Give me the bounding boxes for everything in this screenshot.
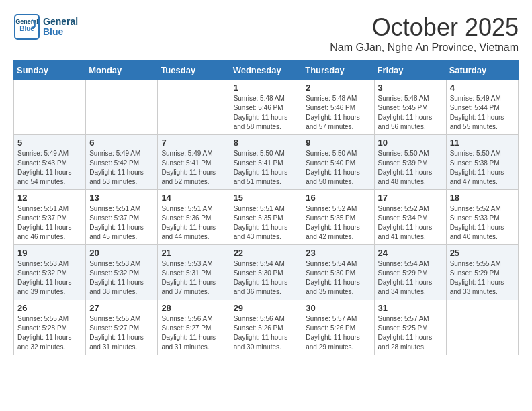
calendar-header-row: SundayMondayTuesdayWednesdayThursdayFrid… <box>14 61 519 80</box>
calendar-week-row: 19Sunrise: 5:53 AMSunset: 5:32 PMDayligh… <box>14 245 519 300</box>
day-number: 17 <box>378 193 443 203</box>
calendar-day-13: 13Sunrise: 5:51 AMSunset: 5:37 PMDayligh… <box>86 190 158 245</box>
day-info: Sunrise: 5:52 AMSunset: 5:33 PMDaylight:… <box>450 204 515 242</box>
page-header: General Blue General Blue October 2025 N… <box>13 13 519 54</box>
day-info: Sunrise: 5:53 AMSunset: 5:32 PMDaylight:… <box>89 259 154 297</box>
calendar-day-7: 7Sunrise: 5:49 AMSunset: 5:41 PMDaylight… <box>158 135 230 190</box>
day-info: Sunrise: 5:54 AMSunset: 5:30 PMDaylight:… <box>234 259 299 297</box>
calendar-day-23: 23Sunrise: 5:54 AMSunset: 5:30 PMDayligh… <box>302 245 374 300</box>
day-info: Sunrise: 5:50 AMSunset: 5:39 PMDaylight:… <box>378 149 443 187</box>
day-number: 13 <box>89 193 154 203</box>
day-info: Sunrise: 5:55 AMSunset: 5:27 PMDaylight:… <box>89 314 154 352</box>
day-info: Sunrise: 5:54 AMSunset: 5:30 PMDaylight:… <box>306 259 370 297</box>
day-number: 9 <box>306 138 370 148</box>
calendar-day-30: 30Sunrise: 5:57 AMSunset: 5:26 PMDayligh… <box>302 300 374 355</box>
day-number: 25 <box>450 248 515 258</box>
day-info: Sunrise: 5:50 AMSunset: 5:40 PMDaylight:… <box>306 149 370 187</box>
day-info: Sunrise: 5:53 AMSunset: 5:31 PMDaylight:… <box>161 259 226 297</box>
day-number: 18 <box>450 193 515 203</box>
day-info: Sunrise: 5:50 AMSunset: 5:38 PMDaylight:… <box>450 149 515 187</box>
calendar-empty-cell <box>446 300 518 355</box>
day-info: Sunrise: 5:55 AMSunset: 5:28 PMDaylight:… <box>17 314 82 352</box>
day-number: 12 <box>17 193 82 203</box>
logo-icon: General Blue <box>13 13 40 40</box>
title-block: October 2025 Nam GJan, Nghe An Province,… <box>330 13 519 54</box>
day-number: 2 <box>306 83 370 93</box>
day-number: 24 <box>378 248 443 258</box>
day-info: Sunrise: 5:51 AMSunset: 5:36 PMDaylight:… <box>161 204 226 242</box>
day-header-saturday: Saturday <box>446 61 518 80</box>
day-info: Sunrise: 5:49 AMSunset: 5:43 PMDaylight:… <box>17 149 82 187</box>
day-info: Sunrise: 5:49 AMSunset: 5:41 PMDaylight:… <box>161 149 226 187</box>
day-number: 31 <box>378 303 443 313</box>
calendar-day-29: 29Sunrise: 5:56 AMSunset: 5:26 PMDayligh… <box>230 300 302 355</box>
location-subtitle: Nam GJan, Nghe An Province, Vietnam <box>330 42 519 54</box>
calendar-day-26: 26Sunrise: 5:55 AMSunset: 5:28 PMDayligh… <box>14 300 86 355</box>
calendar-day-9: 9Sunrise: 5:50 AMSunset: 5:40 PMDaylight… <box>302 135 374 190</box>
calendar-day-21: 21Sunrise: 5:53 AMSunset: 5:31 PMDayligh… <box>158 245 230 300</box>
calendar-empty-cell <box>86 80 158 135</box>
calendar-day-1: 1Sunrise: 5:48 AMSunset: 5:46 PMDaylight… <box>230 80 302 135</box>
day-info: Sunrise: 5:55 AMSunset: 5:29 PMDaylight:… <box>450 259 515 297</box>
day-number: 20 <box>89 248 154 258</box>
day-info: Sunrise: 5:54 AMSunset: 5:29 PMDaylight:… <box>378 259 443 297</box>
day-info: Sunrise: 5:50 AMSunset: 5:41 PMDaylight:… <box>234 149 299 187</box>
day-number: 28 <box>161 303 226 313</box>
day-header-tuesday: Tuesday <box>158 61 230 80</box>
day-number: 11 <box>450 138 515 148</box>
day-info: Sunrise: 5:48 AMSunset: 5:45 PMDaylight:… <box>378 94 443 132</box>
day-info: Sunrise: 5:56 AMSunset: 5:26 PMDaylight:… <box>234 314 299 352</box>
day-info: Sunrise: 5:51 AMSunset: 5:37 PMDaylight:… <box>89 204 154 242</box>
day-number: 30 <box>306 303 370 313</box>
calendar-day-2: 2Sunrise: 5:48 AMSunset: 5:46 PMDaylight… <box>302 80 374 135</box>
logo: General Blue General Blue <box>13 13 78 40</box>
calendar-day-16: 16Sunrise: 5:52 AMSunset: 5:35 PMDayligh… <box>302 190 374 245</box>
day-info: Sunrise: 5:48 AMSunset: 5:46 PMDaylight:… <box>306 94 370 132</box>
calendar-day-20: 20Sunrise: 5:53 AMSunset: 5:32 PMDayligh… <box>86 245 158 300</box>
calendar-day-5: 5Sunrise: 5:49 AMSunset: 5:43 PMDaylight… <box>14 135 86 190</box>
calendar-day-27: 27Sunrise: 5:55 AMSunset: 5:27 PMDayligh… <box>86 300 158 355</box>
day-number: 15 <box>234 193 299 203</box>
day-number: 16 <box>306 193 370 203</box>
day-info: Sunrise: 5:57 AMSunset: 5:25 PMDaylight:… <box>378 314 443 352</box>
calendar-day-19: 19Sunrise: 5:53 AMSunset: 5:32 PMDayligh… <box>14 245 86 300</box>
day-number: 1 <box>234 83 299 93</box>
day-info: Sunrise: 5:53 AMSunset: 5:32 PMDaylight:… <box>17 259 82 297</box>
calendar-day-15: 15Sunrise: 5:51 AMSunset: 5:35 PMDayligh… <box>230 190 302 245</box>
calendar-day-11: 11Sunrise: 5:50 AMSunset: 5:38 PMDayligh… <box>446 135 518 190</box>
day-number: 27 <box>89 303 154 313</box>
day-info: Sunrise: 5:52 AMSunset: 5:35 PMDaylight:… <box>306 204 370 242</box>
day-number: 22 <box>234 248 299 258</box>
day-info: Sunrise: 5:49 AMSunset: 5:42 PMDaylight:… <box>89 149 154 187</box>
calendar-week-row: 1Sunrise: 5:48 AMSunset: 5:46 PMDaylight… <box>14 80 519 135</box>
day-header-friday: Friday <box>374 61 446 80</box>
calendar-day-10: 10Sunrise: 5:50 AMSunset: 5:39 PMDayligh… <box>374 135 446 190</box>
calendar-day-14: 14Sunrise: 5:51 AMSunset: 5:36 PMDayligh… <box>158 190 230 245</box>
calendar-day-17: 17Sunrise: 5:52 AMSunset: 5:34 PMDayligh… <box>374 190 446 245</box>
calendar-day-12: 12Sunrise: 5:51 AMSunset: 5:37 PMDayligh… <box>14 190 86 245</box>
calendar-week-row: 12Sunrise: 5:51 AMSunset: 5:37 PMDayligh… <box>14 190 519 245</box>
day-number: 4 <box>450 83 515 93</box>
day-number: 5 <box>17 138 82 148</box>
day-number: 29 <box>234 303 299 313</box>
calendar-empty-cell <box>14 80 86 135</box>
day-number: 23 <box>306 248 370 258</box>
day-number: 8 <box>234 138 299 148</box>
calendar-day-8: 8Sunrise: 5:50 AMSunset: 5:41 PMDaylight… <box>230 135 302 190</box>
calendar-day-24: 24Sunrise: 5:54 AMSunset: 5:29 PMDayligh… <box>374 245 446 300</box>
day-info: Sunrise: 5:49 AMSunset: 5:44 PMDaylight:… <box>450 94 515 132</box>
day-number: 3 <box>378 83 443 93</box>
day-header-sunday: Sunday <box>14 61 86 80</box>
calendar-day-3: 3Sunrise: 5:48 AMSunset: 5:45 PMDaylight… <box>374 80 446 135</box>
day-info: Sunrise: 5:48 AMSunset: 5:46 PMDaylight:… <box>234 94 299 132</box>
day-number: 6 <box>89 138 154 148</box>
day-info: Sunrise: 5:51 AMSunset: 5:35 PMDaylight:… <box>234 204 299 242</box>
calendar-day-28: 28Sunrise: 5:56 AMSunset: 5:27 PMDayligh… <box>158 300 230 355</box>
day-number: 14 <box>161 193 226 203</box>
calendar-day-22: 22Sunrise: 5:54 AMSunset: 5:30 PMDayligh… <box>230 245 302 300</box>
day-number: 19 <box>17 248 82 258</box>
day-info: Sunrise: 5:52 AMSunset: 5:34 PMDaylight:… <box>378 204 443 242</box>
day-header-wednesday: Wednesday <box>230 61 302 80</box>
calendar-day-4: 4Sunrise: 5:49 AMSunset: 5:44 PMDaylight… <box>446 80 518 135</box>
day-info: Sunrise: 5:51 AMSunset: 5:37 PMDaylight:… <box>17 204 82 242</box>
